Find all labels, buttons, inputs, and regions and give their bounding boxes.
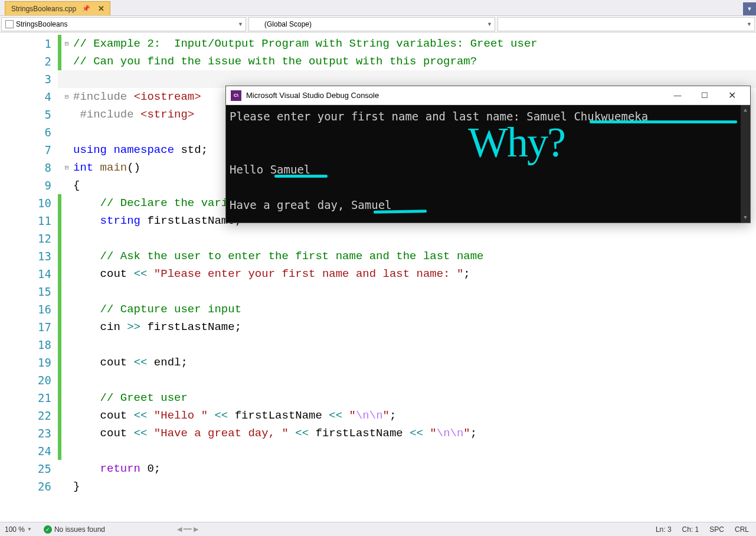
code-line: cin >> firstLastName; [58, 318, 756, 336]
tab-overflow-button[interactable]: ▼ [743, 2, 756, 15]
line-number: 25 [0, 460, 51, 478]
project-icon [5, 20, 14, 28]
window-controls: — ☐ ✕ [664, 87, 745, 104]
char-indicator[interactable]: Ch: 1 [682, 525, 699, 534]
code-line: // Capture user input [58, 300, 756, 318]
issues-status[interactable]: No issues found [54, 525, 105, 534]
line-number: 6 [0, 123, 51, 141]
project-name: StringsBooleans [16, 20, 67, 28]
code-line: return 0; [58, 460, 756, 478]
debug-console-window: C\ Microsoft Visual Studio Debug Console… [225, 86, 751, 223]
code-line: cout << "Have a great day, " << firstLas… [58, 424, 756, 442]
line-number: 14 [0, 265, 51, 283]
vs-icon: C\ [231, 90, 241, 101]
code-line: cout << endl; [58, 354, 756, 371]
annotation-underline [590, 120, 737, 123]
line-number: 12 [0, 230, 51, 247]
line-number: 3 [0, 70, 51, 88]
line-number: 17 [0, 318, 51, 336]
file-tab[interactable]: StringsBooleans.cpp 📌 ✕ [5, 1, 110, 15]
line-number: 13 [0, 247, 51, 265]
console-titlebar[interactable]: C\ Microsoft Visual Studio Debug Console… [226, 86, 750, 105]
ok-icon: ✓ [44, 525, 52, 534]
line-indicator[interactable]: Ln: 3 [656, 525, 672, 534]
line-number: 8 [0, 159, 51, 177]
code-line [58, 371, 756, 389]
code-line: } [58, 478, 756, 495]
chevron-down-icon: ▼ [487, 21, 492, 27]
maximize-button[interactable]: ☐ [691, 87, 718, 104]
code-line [58, 230, 756, 247]
zoom-value: 100 % [5, 525, 25, 534]
line-number: 9 [0, 177, 51, 194]
line-number: 23 [0, 424, 51, 442]
member-dropdown[interactable]: ▼ [498, 17, 755, 31]
line-number: 2 [0, 53, 51, 70]
splitter-handle[interactable]: ◀ ━━ ▶ [170, 525, 205, 533]
line-number: 1 [0, 35, 51, 53]
tab-filename: StringsBooleans.cpp [11, 5, 76, 13]
line-number: 19 [0, 354, 51, 371]
line-number: 11 [0, 212, 51, 230]
console-line: Have a great day, Samuel [230, 196, 747, 214]
line-number: 20 [0, 371, 51, 389]
line-number: 7 [0, 141, 51, 159]
scope-name: (Global Scope) [264, 20, 312, 28]
line-number: 26 [0, 478, 51, 495]
code-line: cout << "Hello " << firstLastName << "\n… [58, 407, 756, 424]
close-button[interactable]: ✕ [718, 87, 745, 104]
code-line [58, 283, 756, 300]
line-number: 21 [0, 389, 51, 407]
console-line [230, 178, 747, 196]
console-output[interactable]: Please enter your first name and last na… [226, 105, 750, 223]
navigation-bar: StringsBooleans ▼ (Global Scope) ▼ ▼ [0, 16, 756, 32]
line-number: 15 [0, 283, 51, 300]
spaces-indicator[interactable]: SPC [709, 525, 724, 534]
minimize-button[interactable]: — [664, 87, 691, 104]
vertical-scrollbar[interactable]: ▲ ▼ [741, 105, 750, 223]
line-number: 18 [0, 336, 51, 354]
scope-dropdown[interactable]: (Global Scope) ▼ [248, 17, 495, 31]
project-dropdown[interactable]: StringsBooleans ▼ [1, 17, 246, 31]
scroll-up-icon[interactable]: ▲ [741, 105, 750, 115]
line-number: 24 [0, 442, 51, 460]
zoom-level[interactable]: 100 % ▼ [0, 525, 37, 534]
tab-bar: StringsBooleans.cpp 📌 ✕ ▼ [0, 0, 756, 16]
code-line: cout << "Please enter your first name an… [58, 265, 756, 283]
pin-icon[interactable]: 📌 [82, 5, 90, 12]
code-line: // Can you find the issue with the outpu… [58, 53, 756, 70]
scroll-down-icon[interactable]: ▼ [741, 213, 750, 223]
line-number: 10 [0, 194, 51, 212]
status-bar: 100 % ▼ ✓ No issues found ◀ ━━ ▶ Ln: 3 C… [0, 522, 756, 536]
code-line [58, 336, 756, 354]
chevron-down-icon: ▼ [27, 527, 32, 532]
chevron-down-icon: ▼ [747, 21, 752, 27]
line-number: 22 [0, 407, 51, 424]
line-number: 5 [0, 106, 51, 123]
code-line: ⊟// Example 2: Input/Output Program with… [58, 35, 756, 53]
annotation-underline [274, 175, 328, 178]
code-line: // Greet user [58, 389, 756, 407]
handwritten-annotation: Why? [468, 133, 565, 151]
status-right: Ln: 3 Ch: 1 SPC CRL [656, 525, 756, 534]
line-number-gutter: 1234567891011121314151617181920212223242… [0, 32, 58, 522]
chevron-down-icon: ▼ [238, 21, 243, 27]
line-number: 16 [0, 300, 51, 318]
code-line: // Ask the user to enter the first name … [58, 247, 756, 265]
code-line [58, 442, 756, 460]
line-number: 4 [0, 88, 51, 106]
lineending-indicator[interactable]: CRL [735, 525, 749, 534]
close-tab-icon[interactable]: ✕ [96, 4, 106, 13]
console-title: Microsoft Visual Studio Debug Console [246, 91, 379, 100]
